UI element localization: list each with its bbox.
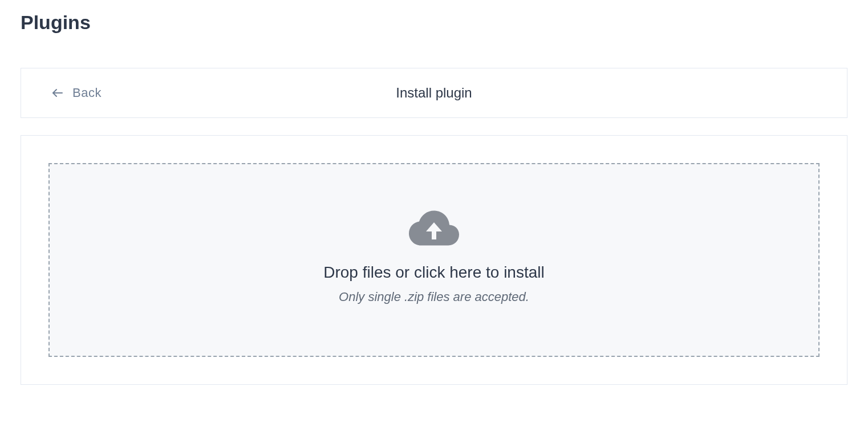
arrow-left-icon	[51, 86, 64, 100]
file-dropzone[interactable]: Drop files or click here to install Only…	[48, 163, 820, 357]
header-title: Install plugin	[396, 85, 472, 101]
dropzone-secondary-text: Only single .zip files are accepted.	[339, 290, 529, 304]
back-label: Back	[72, 86, 102, 100]
dropzone-primary-text: Drop files or click here to install	[323, 263, 544, 282]
back-button[interactable]: Back	[51, 86, 102, 100]
page-title: Plugins	[21, 11, 847, 34]
drop-container: Drop files or click here to install Only…	[21, 135, 847, 385]
cloud-upload-icon	[409, 210, 459, 246]
header-card: Back Install plugin	[21, 68, 847, 118]
